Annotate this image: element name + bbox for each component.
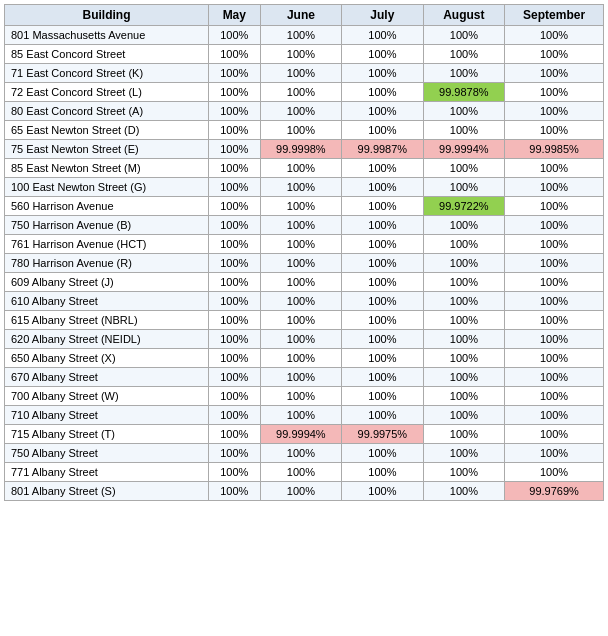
table-row: 650 Albany Street (X)100%100%100%100%100…: [5, 349, 604, 368]
uptime-value: 100%: [260, 330, 341, 349]
uptime-value: 100%: [342, 254, 423, 273]
uptime-value: 100%: [260, 26, 341, 45]
uptime-value: 100%: [505, 26, 604, 45]
uptime-value: 100%: [208, 235, 260, 254]
building-name: 780 Harrison Avenue (R): [5, 254, 209, 273]
uptime-value: 100%: [208, 216, 260, 235]
uptime-value: 99.9769%: [505, 482, 604, 501]
uptime-value: 100%: [342, 235, 423, 254]
building-name: 771 Albany Street: [5, 463, 209, 482]
uptime-value: 100%: [342, 26, 423, 45]
table-row: 700 Albany Street (W)100%100%100%100%100…: [5, 387, 604, 406]
building-name: 75 East Newton Street (E): [5, 140, 209, 159]
uptime-value: 100%: [342, 463, 423, 482]
col-header-september: September: [505, 5, 604, 26]
uptime-value: 100%: [423, 444, 504, 463]
uptime-value: 100%: [423, 349, 504, 368]
uptime-value: 100%: [505, 273, 604, 292]
uptime-value: 100%: [505, 197, 604, 216]
uptime-value: 100%: [208, 140, 260, 159]
uptime-value: 100%: [505, 45, 604, 64]
uptime-value: 100%: [260, 159, 341, 178]
uptime-value: 100%: [342, 406, 423, 425]
table-row: 670 Albany Street100%100%100%100%100%: [5, 368, 604, 387]
uptime-value: 100%: [505, 292, 604, 311]
uptime-value: 100%: [505, 425, 604, 444]
uptime-value: 100%: [423, 292, 504, 311]
building-name: 85 East Newton Street (M): [5, 159, 209, 178]
building-name: 700 Albany Street (W): [5, 387, 209, 406]
uptime-value: 100%: [260, 311, 341, 330]
uptime-value: 100%: [423, 311, 504, 330]
building-name: 80 East Concord Street (A): [5, 102, 209, 121]
table-row: 715 Albany Street (T)100%99.9994%99.9975…: [5, 425, 604, 444]
uptime-value: 100%: [423, 45, 504, 64]
table-row: 560 Harrison Avenue100%100%100%99.9722%1…: [5, 197, 604, 216]
uptime-value: 100%: [208, 425, 260, 444]
uptime-value: 100%: [505, 159, 604, 178]
uptime-value: 100%: [423, 235, 504, 254]
uptime-value: 100%: [260, 216, 341, 235]
uptime-value: 100%: [342, 387, 423, 406]
uptime-value: 100%: [342, 102, 423, 121]
uptime-value: 100%: [208, 83, 260, 102]
uptime-value: 100%: [423, 159, 504, 178]
uptime-value: 99.9994%: [423, 140, 504, 159]
uptime-value: 100%: [423, 216, 504, 235]
col-header-may: May: [208, 5, 260, 26]
uptime-value: 100%: [423, 406, 504, 425]
uptime-value: 100%: [260, 273, 341, 292]
col-header-june: June: [260, 5, 341, 26]
uptime-value: 100%: [208, 178, 260, 197]
building-name: 650 Albany Street (X): [5, 349, 209, 368]
building-name: 85 East Concord Street: [5, 45, 209, 64]
uptime-value: 100%: [423, 273, 504, 292]
uptime-value: 100%: [260, 463, 341, 482]
uptime-value: 100%: [342, 216, 423, 235]
table-row: 780 Harrison Avenue (R)100%100%100%100%1…: [5, 254, 604, 273]
uptime-value: 100%: [260, 349, 341, 368]
table-row: 85 East Concord Street100%100%100%100%10…: [5, 45, 604, 64]
uptime-value: 100%: [505, 368, 604, 387]
uptime-value: 100%: [260, 197, 341, 216]
uptime-value: 99.9985%: [505, 140, 604, 159]
uptime-value: 100%: [208, 197, 260, 216]
uptime-value: 100%: [208, 444, 260, 463]
building-name: 609 Albany Street (J): [5, 273, 209, 292]
table-row: 80 East Concord Street (A)100%100%100%10…: [5, 102, 604, 121]
uptime-value: 100%: [260, 83, 341, 102]
uptime-value: 100%: [423, 330, 504, 349]
uptime-value: 100%: [208, 273, 260, 292]
uptime-value: 100%: [260, 121, 341, 140]
uptime-value: 100%: [342, 178, 423, 197]
uptime-value: 100%: [260, 444, 341, 463]
uptime-value: 100%: [208, 368, 260, 387]
uptime-value: 100%: [342, 349, 423, 368]
building-name: 801 Massachusetts Avenue: [5, 26, 209, 45]
building-name: 71 East Concord Street (K): [5, 64, 209, 83]
uptime-value: 100%: [505, 216, 604, 235]
uptime-value: 99.9994%: [260, 425, 341, 444]
building-name: 715 Albany Street (T): [5, 425, 209, 444]
table-row: 761 Harrison Avenue (HCT)100%100%100%100…: [5, 235, 604, 254]
uptime-value: 100%: [260, 482, 341, 501]
table-row: 801 Albany Street (S)100%100%100%100%99.…: [5, 482, 604, 501]
uptime-value: 100%: [423, 26, 504, 45]
uptime-value: 100%: [423, 64, 504, 83]
uptime-value: 100%: [260, 102, 341, 121]
col-header-august: August: [423, 5, 504, 26]
table-row: 750 Harrison Avenue (B)100%100%100%100%1…: [5, 216, 604, 235]
uptime-value: 100%: [505, 254, 604, 273]
uptime-value: 100%: [342, 482, 423, 501]
table-row: 65 East Newton Street (D)100%100%100%100…: [5, 121, 604, 140]
uptime-value: 100%: [260, 387, 341, 406]
table-row: 710 Albany Street100%100%100%100%100%: [5, 406, 604, 425]
uptime-value: 99.9975%: [342, 425, 423, 444]
uptime-value: 100%: [342, 273, 423, 292]
table-row: 620 Albany Street (NEIDL)100%100%100%100…: [5, 330, 604, 349]
uptime-table: Building May June July August September …: [4, 4, 604, 501]
table-row: 609 Albany Street (J)100%100%100%100%100…: [5, 273, 604, 292]
uptime-value: 100%: [208, 406, 260, 425]
uptime-value: 100%: [342, 45, 423, 64]
table-row: 610 Albany Street100%100%100%100%100%: [5, 292, 604, 311]
